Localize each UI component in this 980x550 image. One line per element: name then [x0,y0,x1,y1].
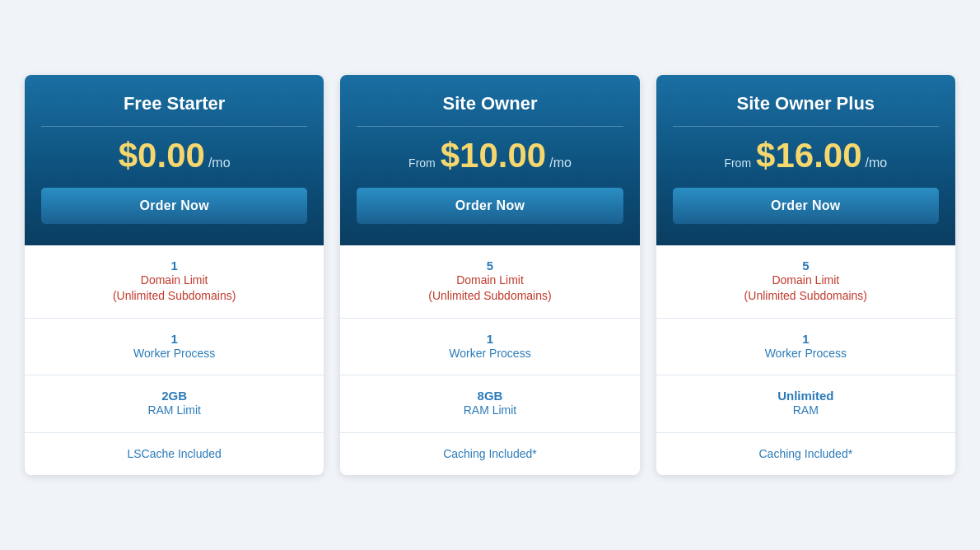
feature-label: Domain Limit [673,273,939,289]
feature-number: 1 [41,332,307,346]
feature-label: Worker Process [357,346,623,362]
price-suffix: /mo [866,156,888,170]
plan-name: Site Owner Plus [673,93,939,127]
feature-row: 1Worker Process [25,319,324,376]
feature-row: 1Worker Process [340,319,639,376]
feature-row: 1Worker Process [656,319,955,376]
feature-row: 8GBRAM Limit [340,375,639,433]
feature-number: 1 [41,259,307,273]
price-amount: $16.00 [756,138,861,173]
feature-number: 2GB [41,389,307,403]
price-amount: $10.00 [441,138,546,173]
price-from: From [408,156,436,170]
price-suffix: /mo [208,156,231,170]
feature-number: Unlimited [673,389,939,403]
price-wrapper: From$16.00/mo [673,138,939,173]
feature-row: 1Domain Limit(Unlimited Subdomains) [25,245,324,319]
card-features-free-starter: 1Domain Limit(Unlimited Subdomains)1Work… [25,245,324,476]
feature-label: Domain Limit [357,273,623,289]
plan-name: Site Owner [357,93,623,127]
card-features-site-owner: 5Domain Limit(Unlimited Subdomains)1Work… [340,245,639,476]
price-amount: $0.00 [119,138,205,173]
feature-label: (Unlimited Subdomains) [41,288,307,305]
feature-number: 1 [673,332,939,346]
plan-name: Free Starter [41,93,307,127]
price-wrapper: From$10.00/mo [357,138,623,173]
feature-label: LSCache Included [41,446,307,463]
card-header-site-owner-plus: Site Owner PlusFrom$16.00/moOrder Now [656,75,955,245]
card-features-site-owner-plus: 5Domain Limit(Unlimited Subdomains)1Work… [656,245,955,476]
pricing-card-site-owner: Site OwnerFrom$10.00/moOrder Now5Domain … [340,75,639,476]
price-from: From [724,156,751,170]
price-wrapper: $0.00/mo [41,138,307,173]
card-header-free-starter: Free Starter$0.00/moOrder Now [25,75,324,245]
feature-number: 8GB [357,389,623,403]
feature-label: Caching Included* [357,446,623,463]
feature-label: RAM Limit [41,403,307,419]
feature-row: 2GBRAM Limit [25,375,324,433]
feature-number: 1 [357,332,623,346]
feature-label: RAM [673,403,939,419]
feature-label: (Unlimited Subdomains) [357,288,623,305]
feature-number: 5 [357,259,623,273]
order-button-site-owner-plus[interactable]: Order Now [673,188,939,224]
feature-label: Worker Process [673,346,939,362]
feature-label: Worker Process [41,346,307,362]
pricing-container: Free Starter$0.00/moOrder Now1Domain Lim… [16,75,964,476]
feature-number: 5 [673,259,939,273]
feature-row: LSCache Included [25,433,324,476]
feature-row: UnlimitedRAM [656,375,955,433]
pricing-card-site-owner-plus: Site Owner PlusFrom$16.00/moOrder Now5Do… [656,75,955,476]
feature-label: (Unlimited Subdomains) [673,288,939,305]
feature-row: Caching Included* [340,433,639,476]
feature-label: Domain Limit [41,273,307,289]
order-button-site-owner[interactable]: Order Now [357,188,623,224]
card-header-site-owner: Site OwnerFrom$10.00/moOrder Now [340,75,639,245]
feature-label: RAM Limit [357,403,623,419]
pricing-card-free-starter: Free Starter$0.00/moOrder Now1Domain Lim… [25,75,324,476]
feature-row: 5Domain Limit(Unlimited Subdomains) [340,245,639,319]
order-button-free-starter[interactable]: Order Now [41,188,307,224]
feature-row: Caching Included* [656,433,955,476]
feature-row: 5Domain Limit(Unlimited Subdomains) [656,245,955,319]
feature-label: Caching Included* [673,446,939,463]
price-suffix: /mo [549,156,572,170]
